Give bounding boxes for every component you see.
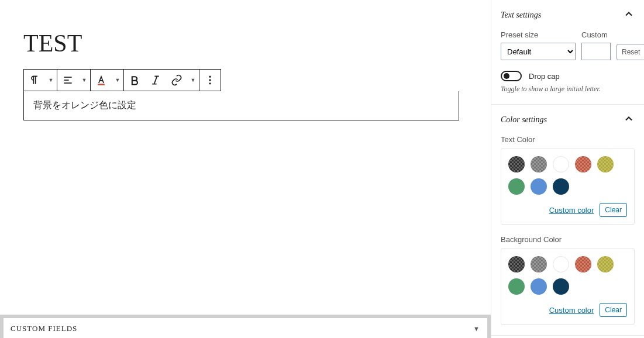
text-color-section: Text Color Custom color Clear xyxy=(501,135,635,225)
color-swatch-green[interactable] xyxy=(508,278,525,295)
reset-size-button[interactable]: Reset xyxy=(617,44,644,60)
paragraph-icon[interactable] xyxy=(24,70,45,91)
color-swatch-dark-blue[interactable] xyxy=(553,278,569,295)
paragraph-block[interactable]: 背景をオレンジ色に設定 xyxy=(23,91,459,120)
custom-size-input[interactable] xyxy=(581,43,611,60)
background-color-swatches xyxy=(508,256,627,295)
preset-size-select[interactable]: Default xyxy=(501,43,576,60)
color-swatch-white[interactable] xyxy=(553,156,569,173)
block-toolbar: ▼ ▼ ▼ xyxy=(23,69,221,91)
svg-point-8 xyxy=(209,79,211,81)
clear-text-color-button[interactable]: Clear xyxy=(600,203,627,217)
text-settings-title: Text settings xyxy=(501,11,541,20)
color-settings-header[interactable]: Color settings xyxy=(501,113,635,127)
svg-point-7 xyxy=(209,76,211,78)
color-swatch-olive[interactable] xyxy=(597,156,614,173)
text-color-icon[interactable] xyxy=(91,70,112,91)
bold-icon[interactable] xyxy=(124,70,145,91)
color-swatch-gray[interactable] xyxy=(531,156,547,173)
link-icon[interactable] xyxy=(166,70,187,91)
clear-background-color-button[interactable]: Clear xyxy=(600,303,627,317)
text-color-swatches xyxy=(508,156,627,195)
svg-point-9 xyxy=(209,82,211,84)
more-options-icon[interactable] xyxy=(199,70,221,91)
text-color-label: Text Color xyxy=(501,135,635,144)
dropcap-hint: Toggle to show a large initial letter. xyxy=(501,85,635,94)
color-swatch-olive[interactable] xyxy=(597,256,614,273)
color-swatch-green[interactable] xyxy=(508,178,525,195)
text-settings-panel: Text settings Preset size Default Custom… xyxy=(491,0,644,105)
text-color-dropdown-icon[interactable]: ▼ xyxy=(112,70,123,91)
color-swatch-blue[interactable] xyxy=(531,278,547,295)
custom-text-color-link[interactable]: Custom color xyxy=(549,206,594,215)
color-swatch-blue[interactable] xyxy=(531,178,547,195)
text-settings-header[interactable]: Text settings xyxy=(501,8,635,22)
color-swatch-red[interactable] xyxy=(575,256,591,273)
dropcap-toggle[interactable] xyxy=(501,71,522,81)
post-title[interactable]: TEST xyxy=(23,29,467,57)
editor-main: TEST ▼ ▼ ▼ xyxy=(0,0,491,338)
background-color-label: Background Color xyxy=(501,235,635,244)
align-icon[interactable] xyxy=(57,70,78,91)
custom-background-color-link[interactable]: Custom color xyxy=(549,306,594,315)
color-swatch-very-dark-gray[interactable] xyxy=(508,256,525,273)
dropcap-label: Drop cap xyxy=(529,72,560,81)
custom-fields-label: Custom Fields xyxy=(11,324,77,333)
editor-area: TEST ▼ ▼ ▼ xyxy=(0,0,491,338)
color-swatch-gray[interactable] xyxy=(531,256,547,273)
color-swatch-very-dark-gray[interactable] xyxy=(508,156,525,173)
more-format-dropdown-icon[interactable]: ▼ xyxy=(187,70,199,91)
chevron-up-icon xyxy=(623,8,635,22)
custom-fields-panel[interactable]: Custom Fields ▼ xyxy=(0,315,491,338)
color-swatch-red[interactable] xyxy=(575,156,591,173)
paragraph-dropdown-icon[interactable]: ▼ xyxy=(45,70,57,91)
chevron-up-icon xyxy=(623,113,635,127)
color-swatch-white[interactable] xyxy=(553,256,569,273)
background-color-section: Background Color Custom color Clear xyxy=(501,235,635,325)
preset-size-label: Preset size xyxy=(501,30,576,39)
sidebar: Text settings Preset size Default Custom… xyxy=(491,0,644,338)
svg-line-6 xyxy=(154,76,157,84)
align-dropdown-icon[interactable]: ▼ xyxy=(78,70,90,91)
custom-size-label: Custom xyxy=(581,30,611,39)
color-swatch-dark-blue[interactable] xyxy=(553,178,569,195)
italic-icon[interactable] xyxy=(145,70,166,91)
color-settings-title: Color settings xyxy=(501,115,547,125)
color-settings-panel: Color settings Text Color Custom color C… xyxy=(491,105,644,336)
chevron-down-icon: ▼ xyxy=(473,325,480,332)
